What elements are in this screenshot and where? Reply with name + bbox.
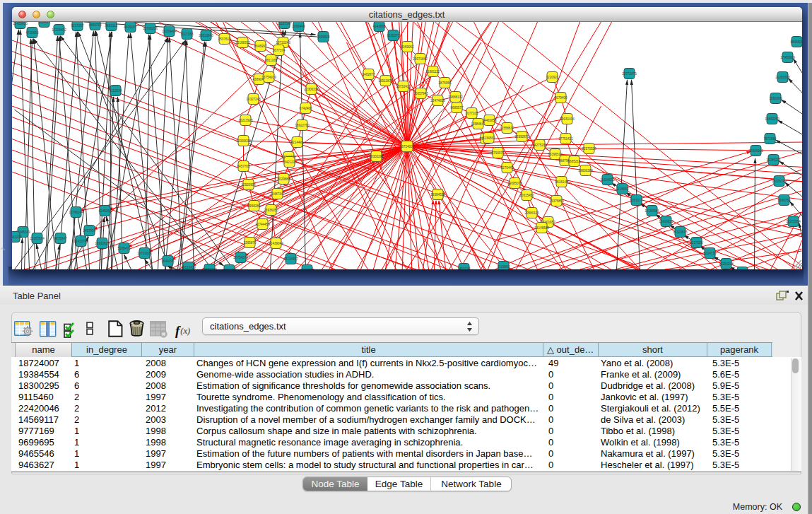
svg-text:(x): (x) — [180, 326, 191, 336]
